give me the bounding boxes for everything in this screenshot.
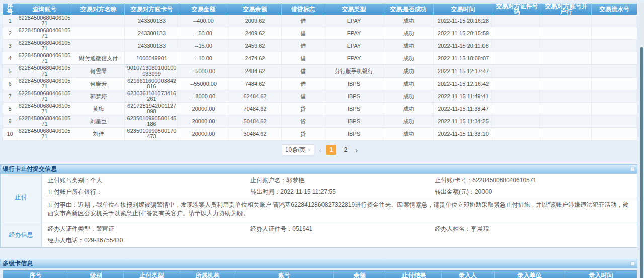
transaction-cell-success: 成功	[383, 65, 434, 78]
transaction-cell-counterparty: 何晓芳	[72, 78, 125, 90]
field-row: 止付账户所在银行：转出时间：2022-11-15 11:27:55转出金额(元)…	[42, 186, 637, 198]
transaction-cell-account: 6228450068040610571	[17, 52, 72, 65]
transaction-cell-time: 2022-11-15 11:33:10	[434, 128, 493, 141]
transaction-cell-bank	[541, 65, 592, 78]
transaction-cell-flag: 贷	[282, 103, 325, 115]
transaction-cell-bank	[541, 15, 592, 27]
collapse-icon[interactable]	[630, 261, 635, 266]
transaction-column-header: 交易金额	[179, 4, 228, 15]
transaction-cell-account: 6228450068040610571	[17, 90, 72, 103]
multi-card-column-header: 序号	[3, 270, 68, 278]
transaction-cell-account: 6228450068040610571	[17, 65, 72, 78]
field-operator-name: 经办人姓名：李晨琨	[429, 225, 637, 233]
transaction-cell-serial	[592, 103, 637, 115]
transaction-cell-id_number	[493, 40, 541, 52]
transaction-column-header: 交易是否成功	[383, 4, 434, 15]
transaction-cell-time: 2022-11-15 20:11:08	[434, 40, 493, 52]
info-group: 经办信息经办人证件类型：警官证经办人证件号：051641经办人姓名：李晨琨经办人…	[1, 222, 637, 247]
transaction-cell-flag: 借	[282, 90, 325, 103]
transaction-cell-amount: --15.00	[179, 40, 228, 52]
transaction-cell-seq: 8	[3, 103, 17, 115]
transaction-cell-id_number	[493, 52, 541, 65]
transaction-cell-type: IBPS	[325, 128, 383, 141]
field-stop-account-name: 止付账户名：郭梦艳	[244, 176, 429, 185]
multi-card-column-header: 级别	[68, 270, 124, 278]
transaction-cell-flag: 贷	[282, 128, 325, 141]
page-size-label: 10条/页	[285, 146, 306, 154]
transaction-cell-serial	[592, 90, 637, 103]
page-button-2[interactable]: 2	[341, 145, 351, 155]
collapse-icon[interactable]	[630, 167, 635, 171]
transaction-cell-type: EPAY	[325, 27, 383, 40]
transaction-row: 26228450068040610571243300133--50.002409…	[3, 27, 637, 40]
transaction-cell-bank	[541, 103, 592, 115]
transaction-column-header: 交易对方账卡号	[125, 4, 179, 15]
transaction-cell-seq: 9	[3, 115, 17, 128]
transactions-table: 序号查询账号交易对方名称交易对方账卡号交易金额交易余额借贷标志交易类型交易是否成…	[3, 3, 637, 141]
transaction-cell-seq: 5	[3, 65, 17, 78]
transaction-cell-account: 6228450068040610571	[17, 103, 72, 115]
transaction-cell-amount: --400.00	[179, 15, 228, 27]
prev-page-icon[interactable]: ‹	[319, 146, 321, 154]
transaction-column-header: 借贷标志	[282, 4, 325, 15]
transaction-cell-card: 243300133	[125, 27, 179, 40]
scrollbar-thumb[interactable]	[640, 47, 643, 278]
multi-card-column-header: 余额	[334, 270, 386, 278]
transaction-cell-counterparty	[72, 15, 125, 27]
transaction-row: 16228450068040610571243300133--400.00200…	[3, 15, 637, 27]
transaction-cell-flag: 借	[282, 78, 325, 90]
transaction-cell-amount: 20000.00	[179, 128, 228, 141]
transaction-cell-balance: 62484.62	[228, 90, 282, 103]
transaction-cell-bank	[541, 40, 592, 52]
transaction-cell-type: IBPS	[325, 115, 383, 128]
transaction-cell-card: 243300133	[125, 40, 179, 52]
transaction-cell-card: 6217281942001127098	[125, 103, 179, 115]
transaction-cell-time: 2022-11-15 20:16:28	[434, 15, 493, 27]
transaction-cell-type: EPAY	[325, 52, 383, 65]
transaction-cell-id_number	[493, 115, 541, 128]
transaction-cell-serial	[592, 15, 637, 27]
transaction-cell-bank	[541, 128, 592, 141]
section-header-bar: 多级卡信息	[0, 259, 637, 268]
transaction-cell-serial	[592, 65, 637, 78]
transaction-row: 36228450068040610571243300133--15.002459…	[3, 40, 637, 52]
transaction-cell-account: 6228450068040610571	[17, 78, 72, 90]
transaction-cell-success: 成功	[383, 15, 434, 27]
next-page-icon[interactable]: ›	[355, 146, 358, 154]
transaction-cell-amount: --50.00	[179, 27, 228, 40]
field-operator-phone: 经办人电话：029-86755430	[42, 236, 244, 245]
multi-card-column-header: 录入单位	[495, 270, 565, 278]
transaction-column-header: 交易类型	[325, 4, 383, 15]
transaction-cell-flag: 借	[282, 65, 325, 78]
transaction-cell-serial	[592, 115, 637, 128]
transaction-cell-counterparty: 刘佳	[72, 128, 125, 141]
transaction-cell-bank	[541, 52, 592, 65]
transaction-row: 86228450068040610571黄梅621728194200112709…	[3, 103, 637, 115]
transaction-cell-success: 成功	[383, 78, 434, 90]
transaction-row: 56228450068040610571何雪琴90107130801001000…	[3, 65, 637, 78]
transaction-cell-account: 6228450068040610571	[17, 27, 72, 40]
transaction-row: 76228450068040610571郭梦婷62303611010734162…	[3, 90, 637, 103]
transaction-cell-bank	[541, 27, 592, 40]
transaction-row: 96228450068040610571刘星臣62350109905001451…	[3, 115, 637, 128]
transaction-cell-type: IBPS	[325, 103, 383, 115]
transaction-cell-type: EPAY	[325, 40, 383, 52]
transaction-cell-time: 2022-11-15 20:15:59	[434, 27, 493, 40]
group-content: 经办人证件类型：警官证经办人证件号：051641经办人姓名：李晨琨经办人电话：0…	[42, 222, 637, 247]
transaction-cell-flag: 借	[282, 27, 325, 40]
transaction-cell-time: 2022-11-15 11:38:47	[434, 103, 493, 115]
vertical-scrollbar[interactable]	[639, 3, 644, 278]
field-operator-id-number: 经办人证件号：051641	[244, 225, 429, 233]
transaction-cell-balance: 2474.62	[228, 52, 282, 65]
transaction-column-header: 交易对方证件号码	[493, 4, 541, 15]
transaction-cell-balance: 2484.62	[228, 65, 282, 78]
multi-card-column-header: 录入人	[442, 270, 495, 278]
page-button-1[interactable]: 1	[326, 145, 336, 155]
field-row: 止付账号类别：个人止付账户名：郭梦艳止付账/卡号：622845006804061…	[42, 175, 637, 186]
transaction-cell-seq: 4	[3, 52, 17, 65]
transaction-cell-counterparty	[72, 27, 125, 40]
chevron-down-icon: ∨	[308, 148, 311, 152]
transaction-cell-balance: 50484.62	[228, 115, 282, 128]
page-size-select[interactable]: 10条/页 ∨	[282, 144, 314, 155]
transaction-cell-counterparty: 刘星臣	[72, 115, 125, 128]
